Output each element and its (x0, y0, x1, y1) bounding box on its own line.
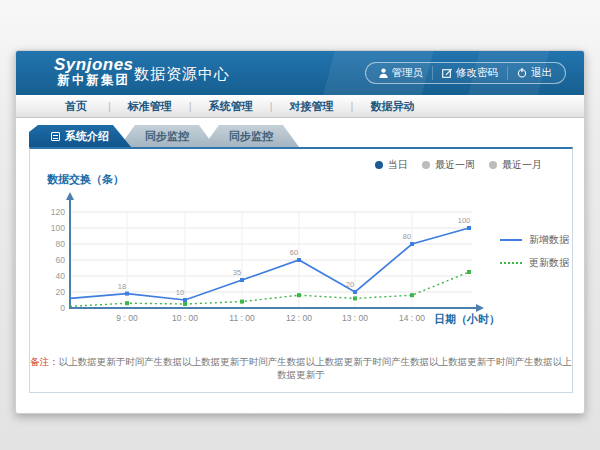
user-name: 管理员 (392, 66, 424, 80)
logout-label: 退出 (531, 66, 552, 80)
legend-item-new-data[interactable]: 新增数据 (500, 233, 569, 247)
tab-label: 同步监控 (145, 129, 189, 144)
change-password-label: 修改密码 (456, 66, 498, 80)
svg-text:100: 100 (458, 216, 471, 225)
svg-text:10 : 00: 10 : 00 (172, 313, 198, 323)
logo-text-cn: 新中新集团 (54, 74, 134, 87)
svg-text:10: 10 (176, 288, 184, 297)
app-header: Synjones 新中新集团 数据资源中心 管理员 修改密码 (16, 51, 584, 95)
app-window: Synjones 新中新集团 数据资源中心 管理员 修改密码 (15, 50, 585, 414)
nav-item-system-mgmt[interactable]: 系统管理 (192, 99, 270, 114)
svg-text:35: 35 (233, 268, 241, 277)
svg-text:100: 100 (51, 223, 65, 233)
main-nav: 首页 | 标准管理 | 系统管理 | 对接管理 | 数据异动 (16, 95, 584, 118)
y-axis-title: 数据交换（条） (47, 172, 124, 187)
radio-dot (422, 161, 430, 169)
svg-text:11 : 00: 11 : 00 (229, 313, 255, 323)
time-range-filter: 当日 最近一周 最近一月 (375, 158, 542, 172)
tab-bar: 系统介绍 同步监控 同步监控 (29, 125, 299, 147)
power-icon (517, 68, 527, 78)
legend-solid-line-icon (500, 239, 522, 241)
legend-label: 新增数据 (529, 233, 569, 247)
user-icon (379, 68, 388, 78)
document-icon (51, 132, 60, 141)
footer-note: 备注：以上数据更新于时间产生数据以上数据更新于时间产生数据以上数据更新于时间产生… (30, 356, 572, 382)
radio-dot (489, 161, 497, 169)
chart-panel: 0204060801001209 : 0010 : 0011 : 0012 : … (29, 147, 573, 393)
tab-label: 同步监控 (229, 129, 273, 144)
radio-last-week[interactable]: 最近一周 (422, 158, 475, 172)
user-toolbar: 管理员 修改密码 退出 (365, 62, 567, 84)
radio-label: 最近一月 (502, 158, 542, 172)
svg-text:80: 80 (403, 232, 411, 241)
svg-text:0: 0 (60, 303, 65, 313)
nav-item-interface-mgmt[interactable]: 对接管理 (273, 99, 351, 114)
radio-dot-selected (375, 161, 383, 169)
svg-text:20: 20 (346, 280, 354, 289)
radio-today[interactable]: 当日 (375, 158, 408, 172)
radio-label: 当日 (388, 158, 408, 172)
tab-sync-monitor-2[interactable]: 同步监控 (203, 125, 299, 147)
x-axis-title: 日期（小时） (434, 312, 500, 327)
change-password-button[interactable]: 修改密码 (432, 66, 507, 80)
svg-text:18: 18 (118, 282, 126, 291)
tab-system-intro[interactable]: 系统介绍 (29, 125, 131, 147)
note-label: 备注： (30, 356, 59, 367)
edit-icon (442, 68, 452, 78)
svg-text:9 : 00: 9 : 00 (116, 313, 138, 323)
legend-label: 更新数据 (529, 256, 569, 270)
svg-text:40: 40 (56, 271, 66, 281)
svg-text:80: 80 (56, 239, 66, 249)
logout-button[interactable]: 退出 (507, 66, 561, 80)
radio-last-month[interactable]: 最近一月 (489, 158, 542, 172)
company-logo: Synjones 新中新集团 (54, 56, 134, 87)
svg-text:20: 20 (56, 287, 66, 297)
tab-sync-monitor-1[interactable]: 同步监控 (119, 125, 215, 147)
legend-item-updated-data[interactable]: 更新数据 (500, 256, 569, 270)
app-title: 数据资源中心 (134, 65, 230, 84)
nav-item-data-change[interactable]: 数据异动 (353, 99, 431, 114)
legend-dotted-line-icon (500, 262, 522, 264)
svg-text:120: 120 (51, 207, 65, 217)
radio-label: 最近一周 (435, 158, 475, 172)
user-menu[interactable]: 管理员 (370, 66, 433, 80)
logo-text-en: Synjones (54, 56, 134, 74)
svg-text:60: 60 (56, 255, 66, 265)
svg-text:13 : 00: 13 : 00 (342, 313, 368, 323)
svg-text:12 : 00: 12 : 00 (286, 313, 312, 323)
nav-item-standard-mgmt[interactable]: 标准管理 (111, 99, 189, 114)
svg-text:60: 60 (290, 248, 298, 257)
svg-text:14 : 00: 14 : 00 (399, 313, 425, 323)
note-text: 以上数据更新于时间产生数据以上数据更新于时间产生数据以上数据更新于时间产生数据以… (59, 356, 572, 380)
nav-item-home[interactable]: 首页 (44, 99, 108, 114)
chart-legend: 新增数据 更新数据 (500, 233, 569, 270)
tab-label: 系统介绍 (65, 129, 109, 144)
